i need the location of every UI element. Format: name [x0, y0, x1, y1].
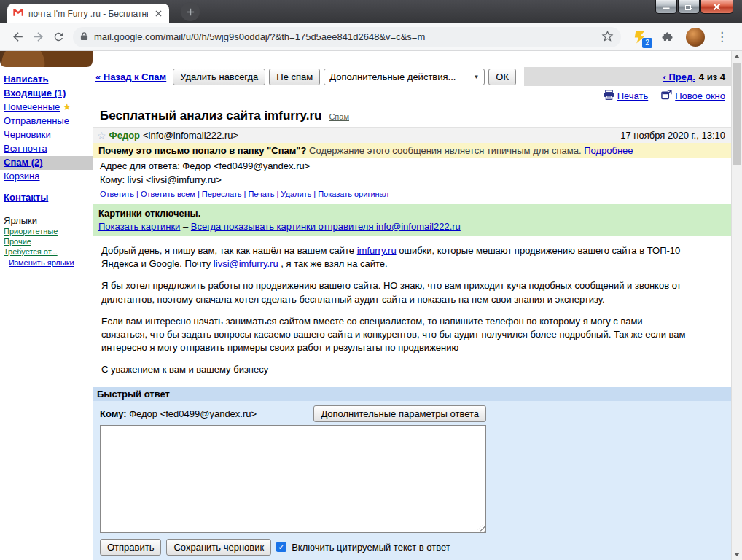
labels-heading: Ярлыки [0, 215, 93, 226]
quick-reply-body: Кому: Федор <fed0499@yandex.ru> Дополнит… [93, 401, 731, 560]
spam-notice: Почему это письмо попало в папку "Спам"?… [93, 143, 731, 158]
paragraph-4: С уважением к вам и вашему бизнесу [101, 363, 686, 376]
sidebar-item-all-mail[interactable]: Вся почта [0, 142, 93, 156]
scroll-up-icon[interactable] [732, 51, 742, 62]
url-text: mail.google.com/mail/u/0/h/5wjg9s0oddaj/… [94, 31, 601, 42]
extensions-area: 2 ⋮ [632, 28, 728, 47]
sidebar-item-trash[interactable]: Корзина [0, 170, 93, 184]
reply-textarea[interactable] [100, 425, 486, 533]
tab-title: почта I'm Furry .ru - Бесплатный [28, 9, 148, 19]
sidebar-item-sent[interactable]: Отправленные [0, 114, 93, 128]
browser-toolbar: mail.google.com/mail/u/0/h/5wjg9s0oddaj/… [0, 23, 742, 51]
ok-button[interactable]: ОК [488, 69, 516, 85]
sidebar-item-contacts[interactable]: Контакты [0, 191, 93, 205]
bookmark-star-icon[interactable] [601, 30, 614, 44]
paragraph-1: Добрый день, я пишу вам, так как нашёл н… [101, 244, 686, 271]
browser-menu-icon[interactable]: ⋮ [716, 29, 728, 44]
sender-row: ☆ Федор <info@infomail222.ru> 17 ноября … [93, 127, 731, 143]
browser-tab[interactable]: почта I'm Furry .ru - Бесплатный [7, 4, 169, 23]
window-close-button[interactable] [700, 0, 733, 14]
forward-link[interactable]: Переслать [202, 190, 242, 198]
reply-link[interactable]: Ответить [100, 190, 134, 198]
scroll-down-icon[interactable] [732, 549, 742, 560]
window-controls [655, 0, 733, 14]
pagination: ‹ Пред. 4 из 4 [524, 67, 731, 86]
send-button[interactable]: Отправить [100, 539, 161, 556]
spam-notice-more-link[interactable]: Подробнее [584, 145, 633, 156]
address-bar[interactable]: mail.google.com/mail/u/0/h/5wjg9s0oddaj/… [73, 27, 621, 47]
new-tab-button[interactable] [181, 2, 200, 21]
printer-icon [604, 90, 614, 102]
new-window-link[interactable]: Новое окно [675, 90, 725, 101]
separator: | [136, 190, 138, 198]
paragraph-3: Если вам интересно начать заниматься сай… [101, 315, 686, 355]
spam-label-link[interactable]: Спам [329, 112, 349, 121]
include-quoted-label: Включить цитируемый текст в ответ [292, 542, 450, 553]
top-toolbar: « Назад к Спам Удалить навсегда Не спам … [93, 67, 731, 86]
images-disabled-title: Картинки отключены. [98, 207, 725, 220]
new-window-link-group[interactable]: Новое окно [661, 90, 725, 102]
delete-link[interactable]: Удалить [281, 190, 311, 198]
delete-forever-button[interactable]: Удалить навсегда [173, 69, 265, 85]
scrollbar-thumb[interactable] [733, 63, 741, 165]
sender-name: Федор [109, 130, 140, 141]
sidebar-item-spam[interactable]: Спам (2) [0, 156, 93, 170]
sidebar: Написать Входящие (1) Помеченные ★ Отпра… [0, 51, 93, 560]
reload-icon[interactable] [48, 27, 69, 47]
lock-icon [80, 31, 88, 43]
label-required[interactable]: Требуется от... [0, 246, 93, 257]
sidebar-item-inbox[interactable]: Входящие (1) [0, 87, 93, 101]
sidebar-item-compose[interactable]: Написать [0, 73, 93, 87]
dash: – [183, 221, 188, 232]
extension-icon[interactable]: 2 [632, 29, 648, 45]
back-icon[interactable] [7, 27, 28, 47]
separator: | [244, 190, 246, 198]
label-other[interactable]: Прочие [0, 236, 93, 246]
puzzle-extensions-icon[interactable] [659, 29, 675, 45]
include-quoted-checkbox[interactable]: ✓ [276, 542, 286, 552]
sidebar-item-starred[interactable]: Помеченные ★ [0, 101, 93, 114]
message-actions: Ответить|Ответить всем|Переслать|Печать|… [93, 186, 731, 201]
print-row: Печать Новое окно [93, 86, 731, 105]
reply-all-link[interactable]: Ответить всем [141, 190, 195, 198]
sidebar-item-drafts[interactable]: Черновики [0, 128, 93, 142]
window-minimize-button[interactable] [655, 0, 677, 14]
print-link[interactable]: Печать [617, 90, 649, 101]
compose-link[interactable]: Написать [4, 74, 48, 85]
star-message-icon[interactable]: ☆ [97, 130, 106, 141]
forward-icon[interactable] [28, 27, 48, 47]
more-reply-options-button[interactable]: Дополнительные параметры ответа [313, 405, 486, 422]
quick-reply-section: Быстрый ответ Кому: Федор <fed0499@yande… [93, 387, 731, 560]
more-actions-select[interactable]: Дополнительные действия... ▼ [324, 69, 485, 85]
edit-labels-link[interactable]: Изменить ярлыки [0, 257, 93, 267]
spam-notice-reason: Содержание этого сообщения является типи… [309, 145, 581, 156]
window-restore-button[interactable] [678, 0, 700, 14]
gmail-favicon-icon [12, 8, 24, 19]
show-images-link[interactable]: Показать картинки [98, 221, 180, 232]
browser-titlebar: почта I'm Furry .ru - Бесплатный [0, 0, 742, 23]
separator: | [276, 190, 278, 198]
spam-notice-question: Почему это письмо попало в папку "Спам"? [98, 145, 306, 156]
livsi-email-link[interactable]: livsi@imfurry.ru [214, 258, 278, 269]
show-original-link[interactable]: Показать оригинал [318, 190, 388, 198]
profile-avatar[interactable] [686, 28, 705, 47]
print-link-group[interactable]: Печать [604, 90, 649, 102]
imfurry-link[interactable]: imfurry.ru [357, 245, 397, 256]
to-line: Кому: livsi <livsi@imfurry.ru> [93, 172, 731, 186]
star-icon: ★ [63, 101, 71, 112]
prev-link[interactable]: ‹ Пред. [663, 71, 695, 82]
label-priority[interactable]: Приоритетные [0, 226, 93, 236]
quick-reply-to: Кому: Федор <fed0499@yandex.ru> [100, 408, 257, 419]
save-draft-button[interactable]: Сохранить черновик [166, 539, 271, 556]
print-message-link[interactable]: Печать [248, 190, 274, 198]
email-subject: Бесплатный анализ сайта imfurry.ru [100, 109, 321, 123]
tab-close-icon[interactable] [152, 8, 164, 20]
page-scrollbar[interactable] [731, 51, 742, 560]
always-show-images-link[interactable]: Всегда показывать картинки отправителя i… [191, 221, 461, 232]
chevron-down-icon: ▼ [473, 74, 479, 80]
email-date: 17 ноября 2020 г., 13:10 [620, 130, 725, 141]
reply-to-line: Адрес для ответа: Федор <fed0499@yandex.… [93, 158, 731, 172]
not-spam-button[interactable]: Не спам [269, 69, 320, 85]
separator: | [198, 190, 200, 198]
back-to-spam-link[interactable]: « Назад к Спам [95, 71, 166, 82]
